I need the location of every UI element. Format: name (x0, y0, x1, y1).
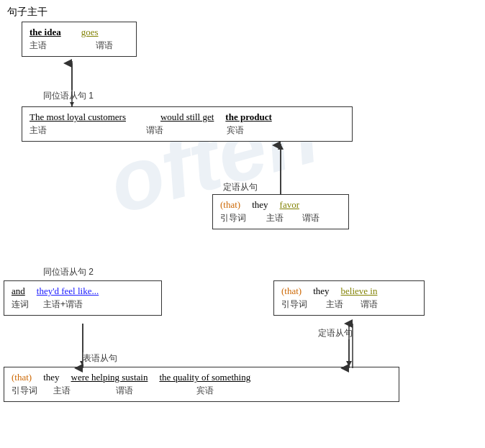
attr1-word-that: (that) (220, 199, 240, 211)
main-word-goes: goes (81, 27, 99, 38)
appositive1-label-predicate: 谓语 (146, 124, 163, 137)
appositive2-label-subpred: 主语+谓语 (43, 298, 83, 311)
attr2-label-row: 引导词 主语 谓语 (281, 298, 417, 311)
appositive1-label-row: 主语 谓语 宾语 (30, 124, 345, 137)
pred-word-that: (that) (12, 372, 32, 383)
appositive1-word-get: would still get (160, 111, 214, 123)
attr1-label-guide: 引导词 (220, 212, 246, 224)
appositive2-word-and: and (12, 285, 25, 297)
appositive2-word-row: and they'd feel like... (12, 285, 154, 297)
main-word-the-idea: the idea (30, 27, 61, 38)
attr1-label-predicate: 谓语 (302, 212, 319, 224)
box-attr2: (that) they believe in 引导词 主语 谓语 (273, 280, 425, 316)
attr2-label-guide: 引导词 (281, 298, 307, 311)
pred-word-they: they (43, 372, 59, 383)
main-label-subject: 主语 (30, 40, 47, 52)
appositive2-label: 同位语从句 2 (43, 266, 94, 278)
appositive1-label-object: 宾语 (227, 124, 244, 137)
page-title: 句子主干 (7, 6, 47, 19)
appositive2-label-conjunction: 连词 (12, 298, 29, 311)
attr1-word-they: they (252, 199, 268, 211)
box-appositive1: The most loyal customers would still get… (22, 106, 353, 142)
attr1-connector-label: 定语从句 (223, 181, 258, 193)
pred-connector-label: 表语从句 (83, 352, 117, 365)
pred-label-predicate: 谓语 (116, 385, 133, 397)
attr1-label-row: 引导词 主语 谓语 (220, 212, 341, 224)
main-label-predicate: 谓语 (96, 40, 113, 52)
page-container: often 句子主干 the idea goes 主语 (0, 0, 485, 448)
appositive2-label-row: 连词 主语+谓语 (12, 298, 154, 311)
pred-word-quality: the quality of something (159, 372, 250, 383)
attr2-word-row: (that) they believe in (281, 285, 417, 297)
attr1-label-subject: 主语 (266, 212, 284, 224)
attr1-word-row: (that) they favor (220, 199, 341, 211)
pred-label-guide: 引导词 (12, 385, 37, 397)
appositive1-label-subject: 主语 (30, 124, 47, 137)
pred-label-object: 宾语 (196, 385, 214, 397)
attr2-label-subject: 主语 (326, 298, 343, 311)
main-word-row: the idea goes (30, 27, 129, 38)
pred-label-subject: 主语 (53, 385, 71, 397)
main-label-row: 主语 谓语 (30, 40, 129, 52)
box-attr1: (that) they favor 引导词 主语 谓语 (212, 194, 349, 229)
pred-word-sustain: were helping sustain (71, 372, 148, 383)
attr2-label-predicate: 谓语 (361, 298, 378, 311)
pred-word-row: (that) they were helping sustain the qua… (12, 372, 391, 383)
attr2-connector-label: 定语从句 (318, 327, 353, 339)
svg-marker-7 (346, 361, 352, 367)
appositive1-label: 同位语从句 1 (43, 90, 94, 102)
box-main: the idea goes 主语 谓语 (22, 22, 137, 57)
box-appositive2: and they'd feel like... 连词 主语+谓语 (4, 280, 162, 316)
attr1-word-favor: favor (280, 199, 299, 211)
box-pred: (that) they were helping sustain the qua… (4, 367, 399, 402)
attr2-word-that: (that) (281, 285, 302, 297)
appositive1-word-row: The most loyal customers would still get… (30, 111, 345, 123)
attr2-word-they: they (313, 285, 329, 297)
appositive1-word-customers: The most loyal customers (30, 111, 126, 123)
pred-label-row: 引导词 主语 谓语 宾语 (12, 385, 391, 397)
attr2-word-believe: believe in (341, 285, 378, 297)
appositive1-word-product: the product (225, 111, 271, 123)
appositive2-word-feel: they'd feel like... (37, 285, 99, 297)
svg-marker-3 (278, 144, 284, 150)
